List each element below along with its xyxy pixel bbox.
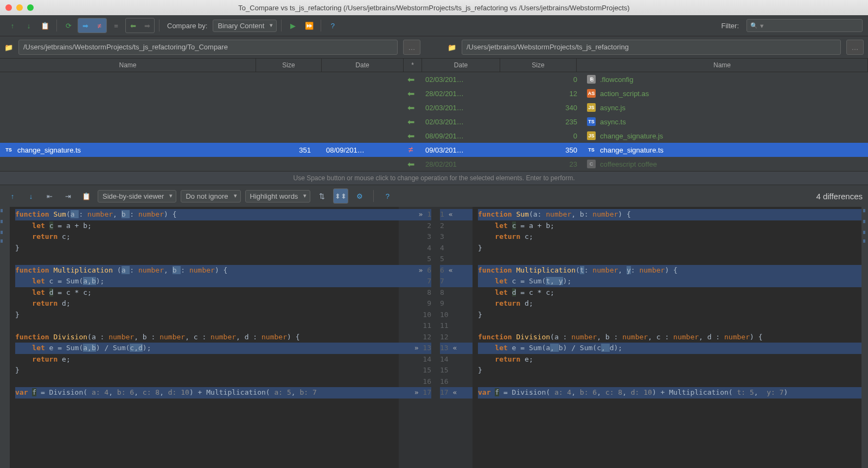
show-equal-icon[interactable]: = (109, 18, 123, 33)
header-name-left[interactable]: Name (0, 59, 256, 72)
left-error-stripe[interactable] (0, 207, 3, 468)
window-controls (5, 4, 34, 11)
diff-right-pane: function Sum(a: number, b: number) { let… (473, 207, 868, 468)
compare-by-label: Compare by: (167, 22, 207, 30)
line-numbers-left: » 12345» 6789101112» 13141516» 17 (399, 207, 436, 468)
maximize-window[interactable] (27, 4, 34, 11)
folder-icon: 📁 (448, 43, 456, 52)
table-row[interactable] (0, 129, 402, 143)
help-icon[interactable]: ? (326, 18, 340, 33)
path-left-input[interactable]: /Users/jetbrains/WebstormProjects/ts_js_… (18, 40, 398, 55)
op-cell[interactable]: ⬅ (402, 100, 420, 115)
header-size-left[interactable]: Size (256, 59, 322, 72)
path-right: 📁 /Users/jetbrains/WebstormProjects/ts_j… (443, 36, 868, 58)
file-compare-table: TSchange_signature.ts 35108/09/201… ⬅⬅⬅⬅… (0, 72, 868, 171)
filter-label: Filter: (722, 22, 739, 30)
op-cell[interactable]: ≠ (402, 143, 420, 157)
minimize-window[interactable] (16, 4, 23, 11)
copy-left-to-right-icon[interactable]: ➡ (140, 18, 154, 33)
copy-direction-group: ⬅ ➡ (125, 18, 155, 33)
table-row[interactable] (0, 100, 402, 115)
table-row[interactable]: 02/03/201…0 ⎘.flowconfig (420, 72, 868, 86)
window-title: To_Compare vs ts_js_refactoring (/Users/… (0, 4, 868, 12)
gutter-left (3, 207, 10, 468)
op-cell[interactable]: ⬅ (402, 86, 420, 100)
diff-left-pane: function Sum(a : number, b : number) { l… (3, 207, 399, 468)
table-row[interactable]: TSchange_signature.ts 35108/09/201… (0, 143, 402, 157)
op-cell[interactable]: ⬅ (402, 157, 420, 171)
run-all-icon[interactable]: ⏩ (302, 18, 316, 33)
ignore-mode-select[interactable]: Do not ignore (181, 190, 240, 203)
titlebar: To_Compare vs ts_js_refactoring (/Users/… (0, 0, 868, 15)
show-diff-icon[interactable]: ≠ (92, 18, 106, 33)
clipboard-icon[interactable]: 📋 (79, 189, 93, 203)
table-row[interactable] (0, 86, 402, 100)
header-date-right[interactable]: Date (422, 59, 500, 72)
help-icon[interactable]: ? (380, 189, 394, 203)
highlight-mode-select[interactable]: Highlight words (245, 190, 311, 203)
copy-right-to-left-icon[interactable]: ⬅ (126, 18, 140, 33)
table-row[interactable]: 28/02/201…12 ASaction_script.as (420, 86, 868, 100)
export-right-icon[interactable]: ⇥ (61, 189, 75, 203)
sync-scroll-icon[interactable]: ⬍⬍ (333, 188, 348, 204)
filter-area: Filter: ▾ (718, 19, 863, 32)
separator (373, 190, 374, 202)
header-name-right[interactable]: Name (577, 59, 868, 72)
arrow-down-icon[interactable]: ↓ (22, 18, 36, 33)
table-row[interactable]: 02/03/201…235 TSasync.ts (420, 115, 868, 129)
copy-icon[interactable]: 📋 (38, 18, 52, 33)
table-row[interactable]: 02/03/201…340 JSasync.js (420, 100, 868, 115)
path-right-input[interactable]: /Users/jetbrains/WebstormProjects/ts_js_… (462, 40, 841, 55)
refresh-icon[interactable]: ⟳ (61, 18, 75, 33)
diff-toolbar: ↑ ↓ ⇤ ⇥ 📋 Side-by-side viewer Do not ign… (0, 185, 868, 207)
collapse-icon[interactable]: ⇅ (315, 189, 329, 203)
right-error-stripe[interactable] (861, 207, 868, 468)
op-cell[interactable]: ⬅ (402, 129, 420, 143)
show-new-right-icon[interactable]: ➡ (78, 18, 92, 33)
browse-right-button[interactable]: … (846, 40, 864, 55)
arrow-up-icon[interactable]: ↑ (5, 18, 20, 33)
path-left: 📁 /Users/jetbrains/WebstormProjects/ts_j… (0, 36, 425, 58)
filter-input[interactable]: ▾ (746, 19, 863, 32)
separator (321, 20, 321, 31)
close-window[interactable] (5, 4, 12, 11)
path-bar: 📁 /Users/jetbrains/WebstormProjects/ts_j… (0, 36, 868, 59)
separator (281, 20, 282, 31)
diff-filter-group: ➡ ≠ (78, 18, 107, 33)
table-row[interactable]: 08/09/201…0 JSchange_signature.js (420, 129, 868, 143)
code-right[interactable]: function Sum(a: number, b: number) { let… (473, 207, 861, 468)
table-row[interactable]: 09/03/201…350 TSchange_signature.ts (420, 143, 868, 157)
settings-icon[interactable]: ⚙ (353, 189, 367, 203)
viewer-mode-select[interactable]: Side-by-side viewer (98, 190, 176, 203)
hint-bar: Use Space button or mouse click to chang… (0, 171, 868, 185)
table-right: 02/03/201…0 ⎘.flowconfig 28/02/201…12 AS… (420, 72, 868, 171)
op-cell[interactable]: ⬅ (402, 115, 420, 129)
table-op-column: ⬅⬅⬅⬅⬅≠⬅ (402, 72, 420, 171)
compare-toolbar: ↑ ↓ 📋 ⟳ ➡ ≠ = ⬅ ➡ Compare by: Binary Con… (0, 15, 868, 36)
separator (56, 20, 57, 31)
path-gap (425, 36, 443, 58)
folder-icon: 📁 (4, 43, 13, 52)
table-row[interactable]: 28/02/20123 Ccoffeescript coffee (420, 157, 868, 171)
header-size-right[interactable]: Size (500, 59, 577, 72)
diff-count: 4 differences (816, 192, 863, 201)
op-cell[interactable]: ⬅ (402, 72, 420, 86)
line-numbers-right: 1 «23456 «78910111213 «14151617 « (436, 207, 473, 468)
code-left[interactable]: function Sum(a : number, b : number) { l… (10, 207, 399, 468)
table-row[interactable] (0, 72, 402, 86)
export-left-icon[interactable]: ⇤ (42, 189, 56, 203)
next-diff-icon[interactable]: ↓ (24, 189, 38, 203)
header-op[interactable]: * (404, 59, 422, 72)
table-left: TSchange_signature.ts 35108/09/201… (0, 72, 402, 171)
prev-diff-icon[interactable]: ↑ (5, 189, 20, 203)
table-row[interactable] (0, 157, 402, 171)
header-date-left[interactable]: Date (322, 59, 404, 72)
run-icon[interactable]: ▶ (286, 18, 300, 33)
table-row[interactable] (0, 115, 402, 129)
browse-left-button[interactable]: … (403, 40, 420, 55)
compare-by-select[interactable]: Binary Content (213, 20, 277, 32)
diff-view: function Sum(a : number, b : number) { l… (0, 207, 868, 468)
separator (159, 20, 159, 31)
table-headers: Name Size Date * Date Size Name (0, 59, 868, 72)
